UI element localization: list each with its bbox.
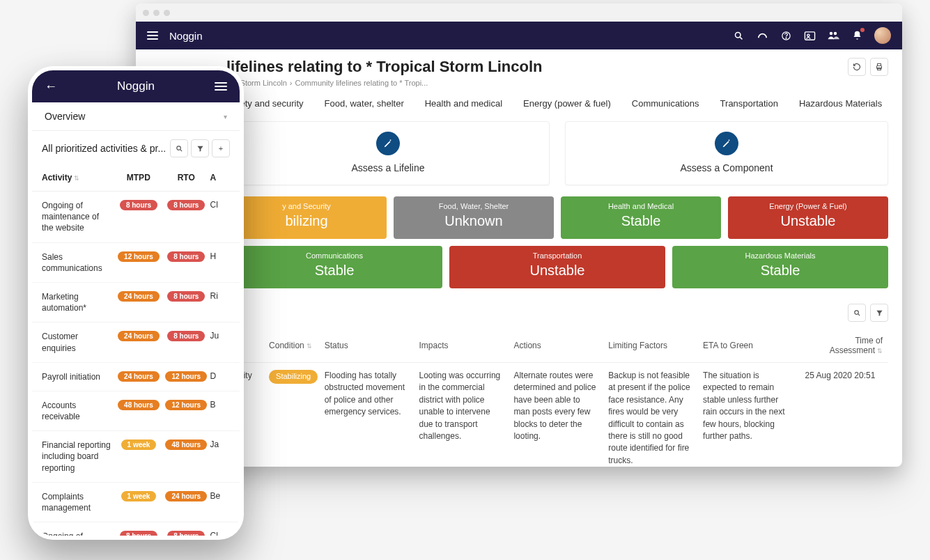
lifeline-card[interactable]: Food, Water, ShelterUnknown (394, 196, 554, 239)
browser-chrome (136, 3, 902, 22)
contact-icon[interactable] (803, 29, 816, 42)
lifeline-grid: y and SecuritybilizingFood, Water, Shelt… (136, 196, 902, 288)
rto-pill: 8 hours (167, 251, 205, 262)
svg-point-11 (854, 310, 858, 314)
rto-pill: 12 hours (165, 400, 207, 410)
mobile-list-title: All prioritized activities & pr... (42, 143, 166, 154)
th-actions[interactable]: Actions (508, 329, 603, 363)
tab-comms[interactable]: Communications (632, 98, 699, 111)
app-header: Noggin (136, 22, 902, 49)
assignee-initial: Ja (210, 440, 230, 449)
traffic-light-min[interactable] (153, 10, 160, 16)
mobile-add-button[interactable]: + (212, 139, 230, 157)
print-button[interactable] (870, 58, 888, 76)
list-item[interactable]: Payroll initiation24 hours12 hoursD (32, 363, 240, 391)
rto-pill: 8 hours (167, 291, 205, 302)
svg-line-1 (740, 37, 742, 39)
tab-energy[interactable]: Energy (power & fuel) (523, 98, 611, 111)
search-icon[interactable] (732, 29, 745, 42)
activity-name: Complaints management (42, 491, 115, 513)
svg-point-13 (176, 146, 180, 150)
lifeline-name: Food, Water, Shelter (394, 202, 554, 210)
assess-lifeline-card[interactable]: Assess a Lifeline (226, 121, 550, 185)
lifeline-card[interactable]: Health and MedicalStable (561, 196, 721, 239)
menu-icon[interactable] (147, 31, 158, 40)
traffic-light-close[interactable] (143, 10, 149, 16)
svg-rect-9 (878, 64, 881, 66)
mtpd-pill: 8 hours (120, 531, 157, 536)
app-name: Noggin (169, 30, 203, 42)
svg-line-12 (858, 313, 859, 315)
tab-transport[interactable]: Transportation (720, 98, 778, 111)
mtpd-pill: 1 week (121, 440, 157, 450)
rto-pill: 8 hours (167, 200, 205, 210)
tab-health[interactable]: Health and medical (425, 98, 502, 111)
th-status[interactable]: Status (319, 329, 414, 363)
assess-component-card[interactable]: Assess a Component (565, 121, 888, 185)
list-item[interactable]: Accounts receivable48 hours12 hoursB (32, 391, 240, 431)
mtpd-pill: 24 hours (118, 331, 160, 341)
lifeline-card[interactable]: TransportationUnstable (449, 246, 665, 288)
mtpd-pill: 48 hours (118, 400, 160, 410)
lifeline-card[interactable]: CommunicationsStable (226, 246, 442, 288)
assignee-initial: Cl (210, 200, 230, 210)
table-filter-button[interactable] (870, 304, 888, 322)
mobile-tab-label: Overview (45, 111, 85, 122)
list-item[interactable]: Ongoing of8 hours8 hoursCl (32, 522, 240, 536)
list-item[interactable]: Marketing automation*24 hours8 hoursRi (32, 283, 240, 322)
mth-mtpd[interactable]: MTPD (115, 173, 162, 182)
list-item[interactable]: Sales communications12 hours8 hoursH (32, 243, 240, 283)
arc-icon[interactable] (756, 29, 768, 42)
svg-point-7 (834, 32, 837, 36)
lifeline-name: Energy (Power & Fuel) (728, 202, 888, 210)
mth-activity[interactable]: Activity (42, 173, 72, 182)
table-search-button[interactable] (848, 304, 866, 322)
mobile-header: ← Noggin (32, 70, 240, 102)
list-item[interactable]: Customer enquiries24 hours8 hoursJu (32, 322, 240, 362)
lifeline-name: Health and Medical (561, 202, 721, 210)
mth-a[interactable]: A (210, 173, 230, 182)
mtpd-pill: 12 hours (118, 251, 160, 262)
list-item[interactable]: Ongoing of maintenance of the website8 h… (32, 192, 240, 243)
lifeline-card[interactable]: y and Securitybilizing (226, 196, 387, 239)
assess-component-label: Assess a Component (680, 162, 773, 173)
avatar[interactable] (874, 27, 891, 44)
refresh-button[interactable] (848, 58, 866, 76)
people-icon[interactable] (827, 29, 839, 42)
help-icon[interactable] (780, 29, 792, 42)
lifeline-card[interactable]: Energy (Power & Fuel)Unstable (728, 196, 888, 239)
mobile-filter-button[interactable] (191, 139, 209, 157)
lifeline-status: Stable (561, 213, 721, 229)
assignee-initial: Cl (210, 531, 230, 536)
table-row[interactable]: curityStabilizingFlooding has totally ob… (226, 363, 888, 467)
tab-food[interactable]: Food, water, shelter (325, 98, 404, 111)
svg-point-3 (786, 38, 786, 38)
th-condition[interactable]: Condition⇅ (263, 329, 319, 363)
menu-icon[interactable] (215, 82, 227, 91)
th-eta[interactable]: ETA to Green (697, 329, 799, 363)
assignee-initial: Be (210, 491, 230, 501)
list-item[interactable]: Complaints management1 week24 hoursBe (32, 483, 240, 522)
mobile-overview-tab[interactable]: Overview ▾ (32, 102, 240, 131)
list-item[interactable]: Financial reporting including board repo… (32, 431, 240, 483)
traffic-light-max[interactable] (164, 10, 170, 16)
pencil-icon (715, 132, 738, 155)
lifeline-status: Unstable (728, 213, 888, 229)
lifeline-card[interactable]: Hazardous MaterialsStable (672, 246, 888, 288)
rto-pill: 8 hours (167, 331, 205, 341)
lifeline-status: Unknown (394, 213, 554, 229)
back-icon[interactable]: ← (45, 79, 57, 94)
mobile-search-button[interactable] (170, 139, 188, 157)
svg-line-14 (180, 149, 181, 150)
activity-name: Ongoing of maintenance of the website (42, 200, 115, 234)
th-impacts[interactable]: Impacts (414, 329, 509, 363)
activity-name: Customer enquiries (42, 331, 115, 353)
th-limiting[interactable]: Limiting Factors (603, 329, 697, 363)
chevron-down-icon: ▾ (224, 113, 227, 120)
tab-hazmat[interactable]: Hazardous Materials (799, 98, 882, 111)
lifeline-name: Hazardous Materials (672, 251, 888, 260)
bell-icon[interactable] (851, 29, 863, 42)
tabs: Safety and security Food, water, shelter… (136, 94, 902, 121)
mth-rto[interactable]: RTO (162, 173, 210, 182)
th-time[interactable]: Time of Assessment⇅ (800, 329, 888, 363)
